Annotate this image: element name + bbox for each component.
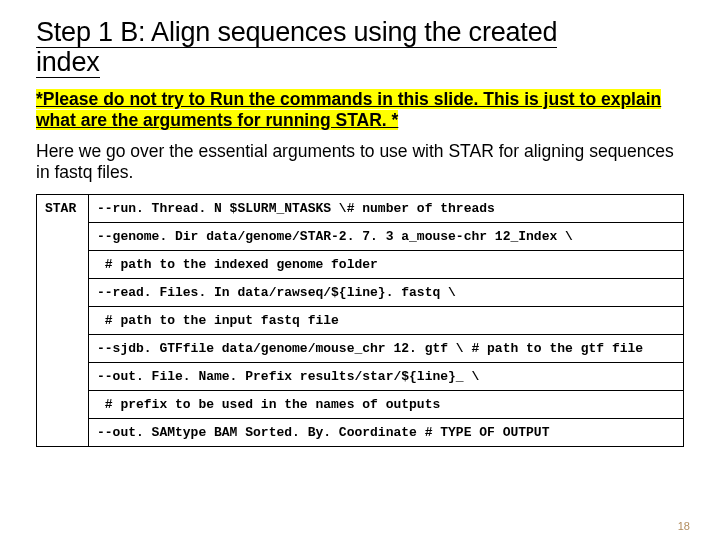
disclaimer-line-1: *Please do not try to Run the commands i… — [36, 89, 661, 109]
code-line: # prefix to be used in the names of outp… — [89, 390, 684, 418]
slide-title: Step 1 B: Align sequences using the crea… — [36, 18, 688, 77]
code-line: --run. Thread. N $SLURM_NTASKS \# number… — [89, 194, 684, 222]
code-line: --read. Files. In data/rawseq/${line}. f… — [89, 278, 684, 306]
code-command: STAR — [37, 194, 89, 446]
title-line-1: Step 1 B: Align sequences using the crea… — [36, 17, 557, 48]
code-line: --out. SAMtype BAM Sorted. By. Coordinat… — [89, 418, 684, 446]
code-line: --sjdb. GTFfile data/genome/mouse_chr 12… — [89, 334, 684, 362]
code-line: --genome. Dir data/genome/STAR-2. 7. 3 a… — [89, 222, 684, 250]
page-number: 18 — [678, 520, 690, 532]
disclaimer-line-2: what are the arguments for running STAR.… — [36, 110, 398, 130]
code-table: STAR --run. Thread. N $SLURM_NTASKS \# n… — [36, 194, 684, 447]
title-line-2: index — [36, 47, 100, 78]
intro-text: Here we go over the essential arguments … — [36, 141, 688, 181]
disclaimer-block: *Please do not try to Run the commands i… — [36, 89, 688, 131]
code-line: --out. File. Name. Prefix results/star/$… — [89, 362, 684, 390]
code-line: # path to the input fastq file — [89, 306, 684, 334]
code-line: # path to the indexed genome folder — [89, 250, 684, 278]
